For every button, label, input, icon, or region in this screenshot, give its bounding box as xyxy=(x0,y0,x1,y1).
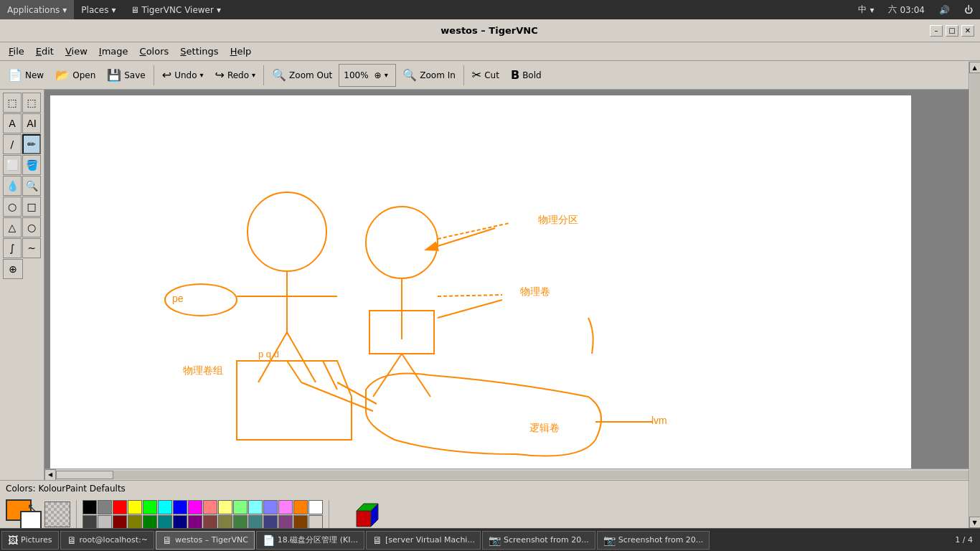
swatch-olive-dark[interactable] xyxy=(218,515,232,529)
polygon-tool[interactable]: △ xyxy=(3,217,22,237)
swatch-red[interactable] xyxy=(113,500,127,514)
swatch-magenta[interactable] xyxy=(188,500,202,514)
horizontal-scrollbar[interactable]: ◀ ▶ xyxy=(44,468,980,480)
taskbar-screenshot-1[interactable]: 📷 Screenshot from 20... xyxy=(482,531,595,550)
scroll-left-button[interactable]: ◀ xyxy=(44,469,56,481)
open-button[interactable]: 📂 Open xyxy=(50,64,100,87)
canvas-container[interactable]: p q d 物理分区 xyxy=(44,90,980,480)
canvas[interactable]: p q d 物理分区 xyxy=(50,95,911,476)
ai-tool[interactable]: AI xyxy=(22,113,41,133)
swatch-orange[interactable] xyxy=(293,500,308,514)
swatch-blue[interactable] xyxy=(173,500,187,514)
freehand-tool[interactable]: ~ xyxy=(22,238,41,258)
magnifier-tool[interactable]: 🔍 xyxy=(22,176,41,196)
flood-fill-tool[interactable]: 🪣 xyxy=(22,155,41,175)
swatch-black[interactable] xyxy=(83,500,97,514)
swatch-navy[interactable] xyxy=(173,515,187,529)
swatch-maroon[interactable] xyxy=(113,515,127,529)
menu-view[interactable]: View xyxy=(60,44,93,58)
swatch-bg[interactable] xyxy=(308,515,323,529)
swatch-yellow-light[interactable] xyxy=(218,500,232,514)
swatch-darkgray[interactable] xyxy=(83,515,97,529)
swatch-magenta-light[interactable] xyxy=(278,500,293,514)
zoom-dropdown[interactable]: ▾ xyxy=(385,71,388,79)
eraser-tool[interactable]: ⬜ xyxy=(3,155,22,175)
taskbar-terminal[interactable]: 🖥 root@localhost:~ xyxy=(60,531,154,550)
swatch-cyan-light[interactable] xyxy=(248,500,263,514)
volume-icon[interactable]: 🔊 xyxy=(932,0,957,19)
select-ellipse-tool[interactable]: ○ xyxy=(3,197,22,217)
swatch-brown-red[interactable] xyxy=(203,515,217,529)
zoom-tool[interactable]: ⊕ xyxy=(3,259,23,279)
menu-settings[interactable]: Settings xyxy=(174,44,224,58)
swatch-pink-light[interactable] xyxy=(203,500,217,514)
power-icon[interactable]: ⏻ xyxy=(957,0,980,19)
zoom-out-button[interactable]: 🔍 Zoom Out xyxy=(267,64,337,87)
bold-button[interactable]: B Bold xyxy=(506,64,547,87)
swatch-lime[interactable] xyxy=(143,500,157,514)
redo-dropdown[interactable]: ▾ xyxy=(252,71,255,79)
maximize-button[interactable]: □ xyxy=(946,25,958,37)
label-1: 物理分区 xyxy=(538,214,578,225)
v-scroll-track[interactable] xyxy=(970,73,980,517)
cut-button[interactable]: ✂ Cut xyxy=(467,64,504,87)
zoom-level-selector[interactable]: 100% ⊕ ▾ xyxy=(339,64,396,87)
swatch-gray[interactable] xyxy=(98,500,112,514)
redo-button[interactable]: ↪ Redo ▾ xyxy=(210,64,261,87)
swatch-silver[interactable] xyxy=(98,515,112,529)
new-button[interactable]: 📄 New xyxy=(3,64,49,87)
swatch-purple[interactable] xyxy=(188,515,202,529)
swatch-brown[interactable] xyxy=(293,515,308,529)
h-scroll-track[interactable] xyxy=(56,471,969,479)
menu-help[interactable]: Help xyxy=(225,44,258,58)
menu-file[interactable]: File xyxy=(3,44,30,58)
taskbar-disk-mgmt[interactable]: 📄 18.磁盘分区管理 (KI... xyxy=(256,531,364,550)
swatch-yellow[interactable] xyxy=(128,500,142,514)
swatch-green-dark[interactable] xyxy=(233,515,248,529)
taskbar-pictures[interactable]: 🖼 Pictures xyxy=(1,531,59,550)
select-rect-tool[interactable]: ⬚ xyxy=(3,93,22,113)
select-free-tool[interactable]: ⬚ xyxy=(22,93,41,113)
color-picker-tool[interactable]: 💧 xyxy=(3,176,22,196)
close-button[interactable]: ✕ xyxy=(961,25,974,37)
zoom-in-button[interactable]: 🔍 Zoom In xyxy=(397,64,461,87)
swatch-cyan[interactable] xyxy=(158,500,172,514)
minimize-button[interactable]: – xyxy=(930,25,943,37)
taskbar-tigervnc[interactable]: 🖥 westos – TigerVNC xyxy=(156,531,255,550)
menu-colors[interactable]: Colors xyxy=(134,44,175,58)
swatch-white[interactable] xyxy=(308,500,323,514)
vertical-scrollbar[interactable]: ▲ ▼ xyxy=(969,62,980,528)
swatch-teal[interactable] xyxy=(158,515,172,529)
undo-dropdown[interactable]: ▾ xyxy=(199,71,203,79)
taskbar-screenshot-2[interactable]: 📷 Screenshot from 20... xyxy=(597,531,710,550)
save-button[interactable]: 💾 Save xyxy=(102,64,150,87)
undo-button[interactable]: ↩ Undo ▾ xyxy=(157,64,209,87)
cube-3d-icon[interactable] xyxy=(349,496,385,532)
rect-tool[interactable]: □ xyxy=(22,197,41,217)
transparent-swatch[interactable] xyxy=(44,501,70,527)
swatch-green-light[interactable] xyxy=(233,500,248,514)
swatch-teal-dark[interactable] xyxy=(248,515,263,529)
line-tool[interactable]: / xyxy=(3,134,22,154)
places-menu[interactable]: Places ▾ xyxy=(74,0,123,19)
swatch-navy-dark[interactable] xyxy=(263,515,278,529)
pen-tool[interactable]: ✏ xyxy=(22,134,41,154)
text-tool[interactable]: A xyxy=(3,113,22,133)
menu-edit[interactable]: Edit xyxy=(30,44,60,58)
input-method[interactable]: 中 ▾ xyxy=(851,0,881,19)
taskbar-vm[interactable]: 🖥 [server Virtual Machi... xyxy=(366,531,481,550)
swatch-blue-light[interactable] xyxy=(263,500,278,514)
current-color-box[interactable]: ↖ xyxy=(6,499,42,529)
swatch-green[interactable] xyxy=(143,515,157,529)
swatch-olive[interactable] xyxy=(128,515,142,529)
scroll-up-button[interactable]: ▲ xyxy=(969,62,981,73)
menu-image[interactable]: Image xyxy=(93,44,134,58)
tigervnc-menu[interactable]: 🖥 TigerVNC Viewer ▾ xyxy=(123,0,228,19)
applications-menu[interactable]: Applications ▾ xyxy=(0,0,74,19)
swatch-purple-dark[interactable] xyxy=(278,515,293,529)
clock[interactable]: 六 03:04 xyxy=(881,0,932,19)
curve-tool[interactable]: ∫ xyxy=(3,238,22,258)
ellipse-tool[interactable]: ○ xyxy=(22,217,41,237)
scroll-down-button[interactable]: ▼ xyxy=(969,517,981,528)
h-scroll-thumb[interactable] xyxy=(56,471,113,479)
